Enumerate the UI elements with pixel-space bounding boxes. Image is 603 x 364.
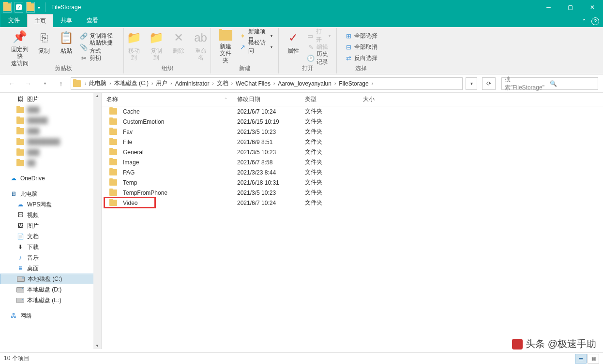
group-organize-label: 组织 xyxy=(124,64,211,73)
breadcrumb-segment[interactable]: 用户 xyxy=(155,79,168,87)
select-none-button[interactable]: ⊟全部取消 xyxy=(343,42,379,52)
breadcrumb-segment[interactable]: WeChat Files xyxy=(235,80,271,87)
breadcrumb-segment[interactable]: Aarow_loveyanyalun xyxy=(277,80,332,87)
col-size[interactable]: 大小 xyxy=(358,95,407,103)
copy-button[interactable]: ⎘ 复制 xyxy=(33,28,55,66)
col-date[interactable]: 修改日期 xyxy=(232,95,300,103)
tree-downloads[interactable]: ⬇下载 xyxy=(0,242,101,252)
group-new-label: 新建 xyxy=(211,64,278,73)
watermark: 头条 @极速手助 xyxy=(512,337,596,350)
ribbon: 📌 固定到快 速访问 ⎘ 复制 📋 粘贴 🔗复制路径 📎粘贴快捷方式 ✂剪切 剪… xyxy=(0,27,603,74)
file-list[interactable]: 名称⌃ 修改日期 类型 大小 Cache2021/6/7 10:24文件夹Cus… xyxy=(102,93,603,349)
tree-network[interactable]: 🖧网络 xyxy=(0,310,101,321)
folder-icon xyxy=(109,189,117,196)
title-bar: ▾ FileStorage ─ ▢ ✕ xyxy=(0,0,603,15)
easy-access-button[interactable]: ↗轻松访问▾ xyxy=(238,42,274,52)
tree-docs[interactable]: 📄文档 xyxy=(0,231,101,242)
qat-folder-icon[interactable] xyxy=(26,2,35,13)
maximize-button[interactable]: ▢ xyxy=(559,0,581,15)
col-type[interactable]: 类型 xyxy=(300,95,358,103)
recent-locations-button[interactable]: ▾ xyxy=(38,78,51,89)
tree-quick-item[interactable]: ███ xyxy=(0,104,101,115)
tab-home[interactable]: 主页 xyxy=(27,14,53,27)
address-dropdown-button[interactable]: ▾ xyxy=(466,77,477,90)
tree-pictures[interactable]: 🖼图片 xyxy=(0,94,101,104)
group-open-label: 打开 xyxy=(279,64,336,73)
chevron-icon: › xyxy=(107,81,113,86)
tree-quick-item[interactable]: ███ xyxy=(0,126,101,136)
help-button[interactable]: ? xyxy=(591,17,599,25)
tree-drive-e[interactable]: 本地磁盘 (E:) xyxy=(0,295,101,306)
address-bar[interactable]: › 此电脑›本地磁盘 (C:)›用户›Administrator›文档›WeCh… xyxy=(71,77,463,90)
chevron-icon: › xyxy=(370,81,375,86)
navigation-tree[interactable]: 🖼图片 ████████████████████████ ☁OneDrive 🖥… xyxy=(0,93,102,349)
up-button[interactable]: ↑ xyxy=(54,78,68,89)
tree-wps[interactable]: ☁WPS网盘 xyxy=(0,199,101,210)
breadcrumb-segment[interactable]: 文档 xyxy=(216,79,229,87)
breadcrumb-segment[interactable]: 此电脑 xyxy=(88,79,107,87)
refresh-button[interactable]: ⟳ xyxy=(482,77,496,90)
tree-quick-item[interactable]: ████████ xyxy=(0,136,101,147)
table-row[interactable]: File2021/6/9 8:51文件夹 xyxy=(102,137,603,147)
tree-music[interactable]: ♪音乐 xyxy=(0,252,101,263)
properties-button[interactable]: ✓属性 xyxy=(283,28,304,66)
close-button[interactable]: ✕ xyxy=(581,0,603,15)
tab-view[interactable]: 查看 xyxy=(79,14,106,27)
view-icons-button[interactable]: ▦ xyxy=(588,354,599,364)
table-row[interactable]: Temp2021/6/18 10:31文件夹 xyxy=(102,177,603,188)
chevron-icon: › xyxy=(332,81,338,86)
breadcrumb-segment[interactable]: 本地磁盘 (C:) xyxy=(113,79,150,87)
new-folder-button[interactable]: 新建 文件夹 xyxy=(215,28,237,66)
breadcrumb-segment[interactable]: FileStorage xyxy=(338,80,369,87)
select-all-button[interactable]: ⊞全部选择 xyxy=(343,31,379,41)
item-count: 10 个项目 xyxy=(4,354,30,363)
move-to-button: 📁移动到 xyxy=(123,28,145,66)
tree-drive-d[interactable]: 本地磁盘 (D:) xyxy=(0,284,101,295)
folder-icon xyxy=(109,159,117,165)
tree-videos[interactable]: 🎞视频 xyxy=(0,210,101,220)
table-row[interactable]: CustomEmotion2021/6/15 10:19文件夹 xyxy=(102,116,603,127)
history-button[interactable]: 🕑历史记录 xyxy=(305,53,332,63)
table-row[interactable]: Cache2021/6/7 10:24文件夹 xyxy=(102,106,603,116)
collapse-ribbon-button[interactable] xyxy=(582,18,587,25)
chevron-icon: › xyxy=(229,81,235,86)
folder-icon xyxy=(109,129,117,135)
column-headers[interactable]: 名称⌃ 修改日期 类型 大小 xyxy=(102,93,603,106)
table-row[interactable]: TempFromPhone2021/3/5 10:23文件夹 xyxy=(102,188,603,198)
search-icon: 🔍 xyxy=(550,80,595,87)
tab-share[interactable]: 共享 xyxy=(53,14,79,27)
tab-file[interactable]: 文件 xyxy=(1,14,27,27)
paste-shortcut-button[interactable]: 📎粘贴快捷方式 xyxy=(78,42,120,52)
pin-quick-access-button[interactable]: 📌 固定到快 速访问 xyxy=(7,28,32,66)
chevron-icon: › xyxy=(168,81,174,86)
tree-onedrive[interactable]: ☁OneDrive xyxy=(0,173,101,184)
tree-desktop[interactable]: 🖥桌面 xyxy=(0,263,101,274)
table-row[interactable]: Fav2021/3/5 10:23文件夹 xyxy=(102,127,603,137)
qat-check-icon[interactable] xyxy=(15,2,23,13)
table-row[interactable]: General2021/3/5 10:23文件夹 xyxy=(102,147,603,157)
chevron-icon: › xyxy=(210,81,215,86)
tree-scrollbar[interactable]: ▲▼ xyxy=(93,93,101,349)
tree-quick-item[interactable]: ██ xyxy=(0,158,101,168)
search-input[interactable]: 搜索"FileStorage" 🔍 xyxy=(501,77,598,90)
tree-quick-item[interactable]: █████ xyxy=(0,115,101,126)
breadcrumb-segment[interactable]: Administrator xyxy=(174,80,211,87)
invert-selection-button[interactable]: ⇄反向选择 xyxy=(343,53,379,63)
minimize-button[interactable]: ─ xyxy=(538,0,559,15)
tree-this-pc[interactable]: 🖥此电脑 xyxy=(0,189,101,199)
ribbon-tabs: 文件 主页 共享 查看 ? xyxy=(0,15,603,27)
paste-button[interactable]: 📋 粘贴 xyxy=(56,28,77,66)
table-row[interactable]: Video2021/6/7 10:24文件夹 xyxy=(102,198,603,208)
folder-icon xyxy=(109,169,117,175)
view-details-button[interactable]: ☰ xyxy=(575,354,587,364)
forward-button[interactable]: → xyxy=(21,78,35,89)
tree-quick-item[interactable]: ███ xyxy=(0,147,101,158)
cut-button[interactable]: ✂剪切 xyxy=(78,53,103,63)
table-row[interactable]: PAG2021/3/23 8:44文件夹 xyxy=(102,167,603,177)
tree-drive-c[interactable]: 本地磁盘 (C:) xyxy=(0,274,101,284)
back-button[interactable]: ← xyxy=(5,78,18,89)
col-name[interactable]: 名称⌃ xyxy=(102,95,232,103)
navigation-bar: ← → ▾ ↑ › 此电脑›本地磁盘 (C:)›用户›Administrator… xyxy=(0,74,603,93)
table-row[interactable]: Image2021/6/7 8:58文件夹 xyxy=(102,157,603,167)
tree-pics[interactable]: 🖼图片 xyxy=(0,220,101,231)
